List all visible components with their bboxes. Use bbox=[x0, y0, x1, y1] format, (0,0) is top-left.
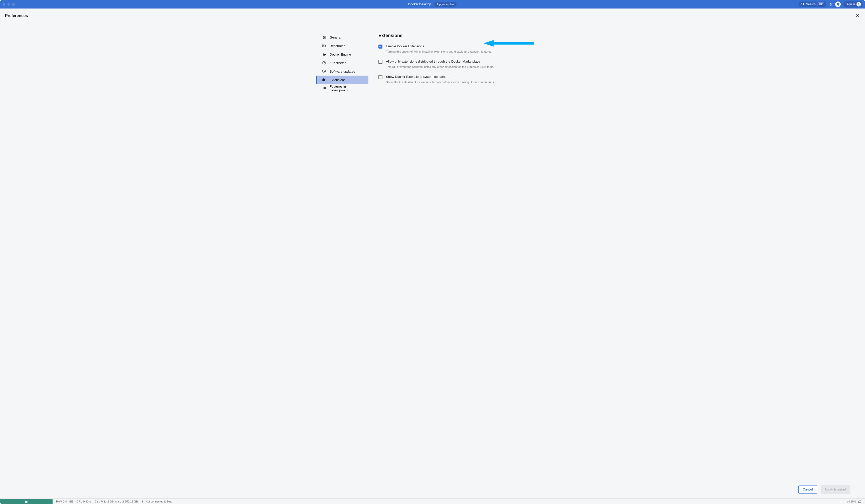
helm-icon bbox=[322, 61, 326, 65]
panel-title: Extensions bbox=[378, 33, 549, 38]
sidebar-item-label: Resources bbox=[330, 44, 345, 48]
search-label: Search bbox=[806, 2, 816, 6]
gear-icon bbox=[836, 2, 840, 6]
sidebar-item-label: General bbox=[330, 36, 341, 39]
sidebar-item-label: Extensions bbox=[330, 78, 346, 82]
svg-rect-19 bbox=[324, 88, 325, 89]
checkbox-show-system-containers[interactable] bbox=[378, 75, 382, 79]
sidebar-item-extensions[interactable]: Extensions bbox=[316, 75, 368, 84]
cancel-label: Cancel bbox=[803, 488, 813, 491]
sidebar-item-resources[interactable]: Resources bbox=[316, 42, 368, 50]
sidebar: General Resources Docker Engine bbox=[316, 33, 368, 480]
sidebar-item-label: Docker Engine bbox=[330, 52, 351, 56]
puzzle-icon bbox=[322, 78, 326, 82]
status-cpu: CPU 0.30% bbox=[77, 500, 91, 503]
feedback-icon[interactable] bbox=[858, 500, 862, 503]
status-engine-indicator[interactable] bbox=[0, 499, 53, 504]
cancel-button[interactable]: Cancel bbox=[798, 485, 817, 494]
whale-icon bbox=[322, 52, 326, 56]
option-description: Show Docker Desktop Extensions internal … bbox=[386, 80, 549, 84]
option-marketplace-only: Allow only extensions distributed throug… bbox=[378, 60, 549, 69]
settings-button[interactable] bbox=[835, 1, 841, 7]
svg-point-9 bbox=[324, 37, 325, 38]
option-enable-extensions: Enable Docker Extensions Turning this op… bbox=[378, 44, 549, 54]
option-description: This will prevent the ability to install… bbox=[386, 65, 549, 69]
resources-icon bbox=[322, 44, 326, 48]
apply-restart-button: Apply & restart bbox=[821, 485, 850, 494]
grid-icon bbox=[322, 86, 326, 90]
sliders-icon bbox=[322, 35, 326, 39]
svg-point-2 bbox=[858, 3, 859, 4]
status-disk: Disk 741.42 GB avail. of 850.12 GB bbox=[94, 500, 138, 503]
preferences-header: Preferences bbox=[0, 9, 865, 23]
svg-marker-13 bbox=[323, 61, 326, 64]
page-title: Preferences bbox=[5, 13, 28, 18]
status-ram: RAM 0.44 GB bbox=[56, 500, 73, 503]
upgrade-plan-button[interactable]: Upgrade plan bbox=[434, 2, 457, 7]
status-version: v4.15.0 bbox=[847, 500, 856, 503]
svg-rect-15 bbox=[323, 87, 323, 87]
search-icon bbox=[801, 2, 805, 6]
svg-rect-18 bbox=[323, 88, 323, 89]
app-title: Docker Desktop bbox=[408, 2, 431, 6]
svg-rect-11 bbox=[323, 45, 323, 47]
option-label: Allow only extensions distributed throug… bbox=[386, 60, 549, 63]
status-hub: Not connected to Hub bbox=[141, 500, 172, 503]
option-show-system-containers: Show Docker Extensions system containers… bbox=[378, 75, 549, 84]
svg-point-12 bbox=[324, 45, 326, 47]
sidebar-item-label: Software updates bbox=[330, 70, 355, 73]
window-controls bbox=[2, 3, 15, 6]
close-window-button[interactable] bbox=[2, 3, 5, 6]
sidebar-item-kubernetes[interactable]: Kubernetes bbox=[316, 59, 368, 67]
sidebar-item-features-in-development[interactable]: Features in development bbox=[316, 84, 368, 93]
svg-rect-17 bbox=[325, 87, 326, 87]
svg-point-10 bbox=[323, 38, 324, 39]
sidebar-item-label: Kubernetes bbox=[330, 61, 346, 65]
svg-point-0 bbox=[801, 3, 804, 5]
svg-line-1 bbox=[803, 5, 804, 6]
minimize-window-button[interactable] bbox=[7, 3, 10, 6]
sidebar-item-general[interactable]: General bbox=[316, 33, 368, 42]
sidebar-item-software-updates[interactable]: Software updates bbox=[316, 67, 368, 75]
signin-label: Sign in bbox=[846, 2, 855, 6]
svg-rect-16 bbox=[324, 87, 325, 87]
option-label: Enable Docker Extensions bbox=[386, 44, 549, 48]
search-button[interactable]: Search ⌘K bbox=[799, 1, 827, 7]
apply-label: Apply & restart bbox=[825, 488, 846, 491]
svg-rect-20 bbox=[325, 88, 326, 89]
checkbox-marketplace-only[interactable] bbox=[378, 60, 382, 64]
bug-icon[interactable] bbox=[829, 2, 833, 6]
statusbar: RAM 0.44 GB CPU 0.30% Disk 741.42 GB ava… bbox=[0, 499, 865, 504]
main-panel: Extensions Enable Docker Extensions Turn… bbox=[378, 33, 549, 480]
sidebar-item-docker-engine[interactable]: Docker Engine bbox=[316, 50, 368, 59]
maximize-window-button[interactable] bbox=[12, 3, 15, 6]
option-description: Turning this option off will uninstall a… bbox=[386, 49, 549, 54]
history-icon bbox=[322, 69, 326, 73]
close-button[interactable] bbox=[855, 13, 860, 18]
svg-point-14 bbox=[324, 62, 325, 63]
signin-button[interactable]: Sign in bbox=[843, 1, 863, 8]
content-area: General Resources Docker Engine bbox=[0, 23, 865, 480]
search-shortcut: ⌘K bbox=[817, 2, 824, 6]
footer-bar: Cancel Apply & restart bbox=[0, 480, 865, 499]
plug-off-icon bbox=[141, 500, 145, 503]
option-label: Show Docker Extensions system containers bbox=[386, 75, 549, 79]
checkbox-enable-extensions[interactable] bbox=[378, 45, 382, 49]
svg-point-8 bbox=[323, 36, 324, 37]
sidebar-item-label: Features in development bbox=[330, 85, 364, 92]
titlebar: Docker Desktop Upgrade plan Search ⌘K Si… bbox=[0, 0, 865, 9]
avatar-icon bbox=[856, 2, 861, 7]
